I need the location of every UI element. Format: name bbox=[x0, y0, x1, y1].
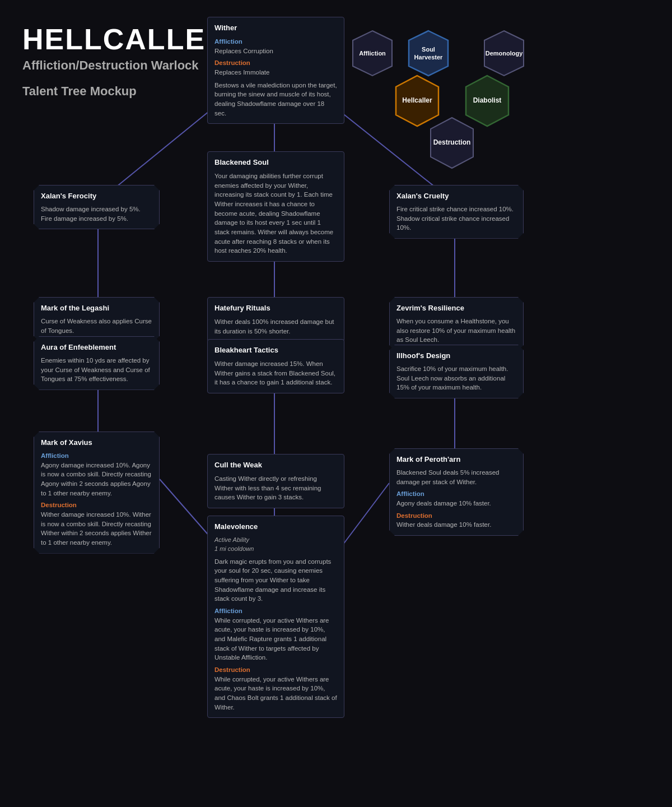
svg-marker-12 bbox=[353, 31, 392, 76]
svg-line-11 bbox=[342, 483, 389, 546]
mark-xavius-title: Mark of Xavius bbox=[41, 438, 152, 448]
card-bleakheart-tactics: Bleakheart Tactics Wither damage increas… bbox=[207, 339, 344, 393]
malevolence-title: Malevolence bbox=[214, 522, 337, 532]
blackened-soul-title: Blackened Soul bbox=[214, 157, 337, 168]
malevolence-body: Dark magic erupts from you and corrupts … bbox=[214, 557, 337, 604]
card-cull-the-weak: Cull the Weak Casting Wither directly or… bbox=[207, 454, 344, 508]
illhoofs-title: Illhoof's Design bbox=[396, 351, 516, 361]
card-mark-perotham: Mark of Peroth'arn Blackened Soul deals … bbox=[389, 448, 524, 536]
hex-soul-harvester[interactable]: SoulHarvester bbox=[403, 28, 454, 78]
card-wither: Wither Affliction Replaces Corruption De… bbox=[207, 17, 344, 124]
mark-xavius-affliction-label: Affliction bbox=[41, 451, 152, 461]
hatefury-title: Hatefury Rituals bbox=[214, 303, 337, 314]
bleakheart-body: Wither damage increased 15%. When Wither… bbox=[214, 359, 337, 387]
card-illhoofs-design: Illhoof's Design Sacrifice 10% of your m… bbox=[389, 345, 524, 398]
wither-affliction-label: Affliction bbox=[214, 37, 337, 47]
card-malevolence: Malevolence Active Ability 1 mi cooldown… bbox=[207, 516, 344, 718]
mark-xavius-affliction-text: Agony damage increased 10%. Agony is now… bbox=[41, 461, 152, 498]
zevrims-title: Zevrim's Resilience bbox=[396, 303, 516, 314]
wither-affliction-text: Replaces Corruption bbox=[214, 47, 337, 56]
card-mark-legashi: Mark of the Legashi Curse of Weakness al… bbox=[34, 297, 160, 341]
svg-marker-17 bbox=[431, 118, 473, 168]
card-blackened-soul: Blackened Soul Your damaging abilities f… bbox=[207, 151, 344, 262]
malevolence-subtitle1: Active Ability bbox=[214, 536, 337, 545]
card-mark-xavius: Mark of Xavius Affliction Agony damage i… bbox=[34, 432, 160, 554]
cull-title: Cull the Weak bbox=[214, 460, 337, 471]
card-hatefury-rituals: Hatefury Rituals Wither deals 100% incre… bbox=[207, 297, 344, 342]
blackened-soul-body: Your damaging abilities further corrupt … bbox=[214, 171, 337, 256]
card-aura-enfeeblement: Aura of Enfeeblement Enemies within 10 y… bbox=[34, 336, 160, 390]
hatefury-body: Wither deals 100% increased damage but i… bbox=[214, 317, 337, 336]
card-xalans-cruelty: Xalan's Cruelty Fire critical strike cha… bbox=[389, 185, 524, 239]
mark-xavius-destruction-label: Destruction bbox=[41, 500, 152, 510]
cull-body: Casting Wither directly or refreshing Wi… bbox=[214, 474, 337, 502]
malevolence-affliction-text: While corrupted, your active Withers are… bbox=[214, 616, 337, 662]
mark-perotham-body: Blackened Soul deals 5% increased damage… bbox=[396, 468, 516, 486]
mark-perotham-destruction-text: Wither deals damage 10% faster. bbox=[396, 520, 516, 530]
mark-perotham-title: Mark of Peroth'arn bbox=[396, 454, 516, 465]
mark-perotham-destruction-label: Destruction bbox=[396, 511, 516, 521]
card-zevrims-resilience: Zevrim's Resilience When you consume a H… bbox=[389, 297, 524, 351]
page-subtitle: Affliction/Destruction Warlock bbox=[22, 58, 228, 73]
svg-marker-14 bbox=[484, 31, 524, 76]
card-xalans-ferocity: Xalan's Ferocity Shadow damage increased… bbox=[34, 185, 160, 229]
mark-legashi-body: Curse of Weakness also applies Curse of … bbox=[41, 317, 152, 335]
wither-destruction-label: Destruction bbox=[214, 58, 337, 68]
mark-legashi-title: Mark of the Legashi bbox=[41, 303, 152, 314]
svg-marker-13 bbox=[409, 31, 448, 76]
xalans-cruelty-title: Xalan's Cruelty bbox=[396, 191, 516, 202]
malevolence-affliction-label: Affliction bbox=[214, 606, 337, 616]
xalans-ferocity-body: Shadow damage increased by 5%. Fire dama… bbox=[41, 205, 152, 223]
mark-perotham-affliction-label: Affliction bbox=[396, 489, 516, 499]
malevolence-subtitle2: 1 mi cooldown bbox=[214, 545, 337, 554]
malevolence-destruction-text: While corrupted, your active Withers are… bbox=[214, 675, 337, 712]
hex-affliction[interactable]: Affliction bbox=[347, 28, 398, 78]
mark-perotham-affliction-text: Agony deals damage 10% faster. bbox=[396, 499, 516, 508]
zevrims-body: When you consume a Healthstone, you also… bbox=[396, 317, 516, 345]
wither-body: Bestows a vile malediction upon the targ… bbox=[214, 81, 337, 118]
xalans-ferocity-title: Xalan's Ferocity bbox=[41, 191, 152, 202]
illhoofs-body: Sacrifice 10% of your maximum health. So… bbox=[396, 364, 516, 392]
page-title: HELLCALLER bbox=[22, 22, 228, 56]
aura-enfeeblement-body: Enemies within 10 yds are affected by yo… bbox=[41, 356, 152, 384]
hex-demonology[interactable]: Demonology bbox=[479, 28, 529, 78]
malevolence-destruction-label: Destruction bbox=[214, 665, 337, 675]
mark-xavius-destruction-text: Wither damage increased 10%. Wither is n… bbox=[41, 510, 152, 548]
xalans-cruelty-body: Fire critical strike chance increased 10… bbox=[396, 205, 516, 233]
header: HELLCALLER Affliction/Destruction Warloc… bbox=[22, 22, 228, 99]
wither-title: Wither bbox=[214, 23, 337, 34]
aura-enfeeblement-title: Aura of Enfeeblement bbox=[41, 342, 152, 353]
hex-destruction[interactable]: Destruction bbox=[424, 115, 480, 171]
page-mockup-label: Talent Tree Mockup bbox=[22, 84, 228, 99]
wither-destruction-text: Replaces Immolate bbox=[214, 68, 337, 77]
bleakheart-title: Bleakheart Tactics bbox=[214, 345, 337, 356]
